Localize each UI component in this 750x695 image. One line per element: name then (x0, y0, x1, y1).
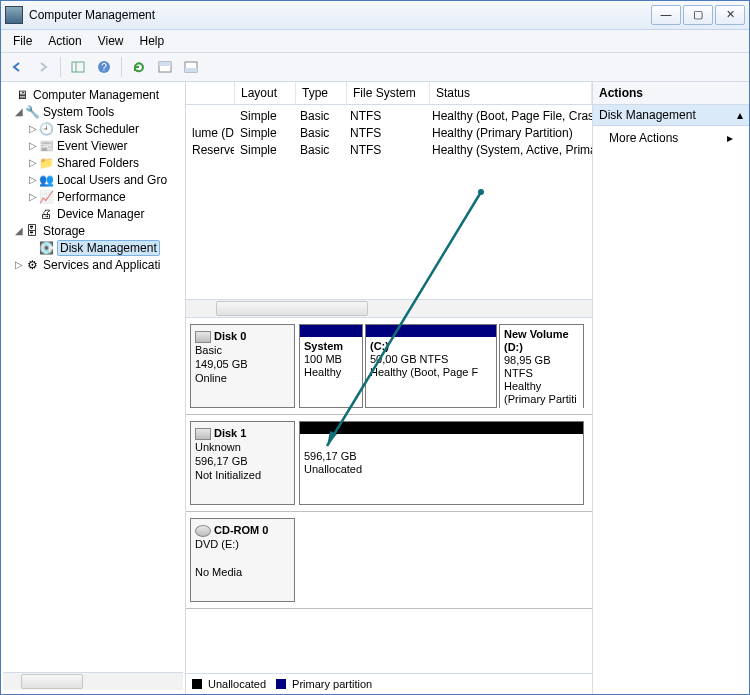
device-manager-icon: 🖨 (38, 207, 54, 221)
tree-services[interactable]: Services and Applicati (43, 258, 160, 272)
cdrom-icon (195, 525, 211, 537)
app-icon (5, 6, 23, 24)
menu-file[interactable]: File (5, 32, 40, 50)
forward-button[interactable] (31, 55, 55, 79)
minimize-button[interactable]: — (651, 5, 681, 25)
svg-rect-0 (72, 62, 84, 72)
window-title: Computer Management (29, 8, 155, 22)
table-row[interactable]: lume (D:) Simple Basic NTFS Healthy (Pri… (186, 124, 592, 141)
close-button[interactable]: ✕ (715, 5, 745, 25)
volume-d[interactable]: New Volume (D:)98,95 GB NTFSHealthy (Pri… (499, 324, 584, 408)
collapse-icon[interactable]: ◢ (13, 106, 24, 117)
actions-header: Actions (593, 82, 749, 105)
tree-task-scheduler[interactable]: Task Scheduler (57, 122, 139, 136)
grid-scrollbar[interactable] (186, 299, 592, 318)
toolbar: ? (1, 53, 749, 82)
legend-primary: Primary partition (292, 678, 372, 690)
disk-row[interactable]: Disk 0 Basic 149,05 GB Online System100 … (186, 318, 592, 415)
col-status[interactable]: Status (430, 82, 592, 104)
volume-c[interactable]: (C:)50,00 GB NTFSHealthy (Boot, Page F (365, 324, 497, 408)
disk1-info[interactable]: Disk 1 Unknown 596,17 GB Not Initialized (190, 421, 295, 505)
titlebar[interactable]: Computer Management — ▢ ✕ (1, 1, 749, 30)
cdrom-info[interactable]: CD-ROM 0 DVD (E:) No Media (190, 518, 295, 602)
refresh-button[interactable] (127, 55, 151, 79)
volume-unallocated[interactable]: 596,17 GBUnallocated (299, 421, 584, 505)
navigation-tree[interactable]: 🖥Computer Management ◢🔧System Tools ▷🕘Ta… (1, 82, 186, 694)
more-actions[interactable]: More Actions ▸ (593, 126, 749, 150)
menu-view[interactable]: View (90, 32, 132, 50)
tree-device-manager[interactable]: Device Manager (57, 207, 144, 221)
tree-storage[interactable]: Storage (43, 224, 85, 238)
legend-unallocated: Unallocated (208, 678, 266, 690)
tree-scrollbar[interactable] (3, 672, 183, 690)
disk-graphical-view: Disk 0 Basic 149,05 GB Online System100 … (186, 318, 592, 673)
submenu-arrow-icon: ▸ (727, 131, 733, 145)
expand-icon[interactable]: ▷ (13, 259, 24, 270)
volume-grid[interactable]: Simple Basic NTFS Healthy (Boot, Page Fi… (186, 105, 592, 299)
back-button[interactable] (5, 55, 29, 79)
collapse-icon[interactable]: ◢ (13, 225, 24, 236)
svg-text:?: ? (101, 62, 107, 73)
tree-event-viewer[interactable]: Event Viewer (57, 139, 127, 153)
view-bottom-button[interactable] (179, 55, 203, 79)
svg-rect-7 (185, 68, 197, 72)
tree-disk-management[interactable]: Disk Management (57, 240, 160, 256)
tree-performance[interactable]: Performance (57, 190, 126, 204)
disk-icon (195, 331, 211, 343)
show-hide-tree-button[interactable] (66, 55, 90, 79)
shared-folders-icon: 📁 (38, 156, 54, 170)
expand-icon[interactable]: ▷ (27, 191, 38, 202)
tree-local-users[interactable]: Local Users and Gro (57, 173, 167, 187)
disk-row[interactable]: CD-ROM 0 DVD (E:) No Media (186, 512, 592, 609)
storage-icon: 🗄 (24, 224, 40, 238)
expand-icon[interactable]: ▷ (27, 140, 38, 151)
disk-icon (195, 428, 211, 440)
disk-row[interactable]: Disk 1 Unknown 596,17 GB Not Initialized… (186, 415, 592, 512)
actions-pane: Actions Disk Management ▴ More Actions ▸ (593, 82, 749, 694)
table-row[interactable]: Simple Basic NTFS Healthy (Boot, Page Fi… (186, 107, 592, 124)
users-icon: 👥 (38, 173, 54, 187)
col-type[interactable]: Type (296, 82, 347, 104)
view-top-button[interactable] (153, 55, 177, 79)
menubar: File Action View Help (1, 30, 749, 53)
window-frame: Computer Management — ▢ ✕ File Action Vi… (0, 0, 750, 695)
tree-system-tools[interactable]: System Tools (43, 105, 114, 119)
legend-unallocated-swatch (192, 679, 202, 689)
main-pane: Layout Type File System Status Simple Ba… (186, 82, 593, 694)
volume-system[interactable]: System100 MBHealthy (299, 324, 363, 408)
body: 🖥Computer Management ◢🔧System Tools ▷🕘Ta… (1, 82, 749, 694)
computer-icon: 🖥 (14, 88, 30, 102)
tree-shared-folders[interactable]: Shared Folders (57, 156, 139, 170)
legend-primary-swatch (276, 679, 286, 689)
legend: Unallocated Primary partition (186, 673, 592, 694)
scheduler-icon: 🕘 (38, 122, 54, 136)
help-button[interactable]: ? (92, 55, 116, 79)
event-viewer-icon: 📰 (38, 139, 54, 153)
expand-icon[interactable]: ▷ (27, 157, 38, 168)
svg-rect-5 (159, 62, 171, 66)
table-row[interactable]: Reserved Simple Basic NTFS Healthy (Syst… (186, 141, 592, 158)
tree-root[interactable]: Computer Management (33, 88, 159, 102)
tools-icon: 🔧 (24, 105, 40, 119)
volume-grid-header[interactable]: Layout Type File System Status (186, 82, 592, 105)
menu-help[interactable]: Help (132, 32, 173, 50)
col-layout[interactable]: Layout (235, 82, 296, 104)
col-fs[interactable]: File System (347, 82, 430, 104)
expand-icon[interactable]: ▷ (27, 174, 38, 185)
performance-icon: 📈 (38, 190, 54, 204)
expand-icon[interactable]: ▷ (27, 123, 38, 134)
disk-management-icon: 💽 (38, 241, 54, 255)
disk0-info[interactable]: Disk 0 Basic 149,05 GB Online (190, 324, 295, 408)
menu-action[interactable]: Action (40, 32, 89, 50)
actions-section[interactable]: Disk Management ▴ (593, 105, 749, 126)
services-icon: ⚙ (24, 258, 40, 272)
maximize-button[interactable]: ▢ (683, 5, 713, 25)
collapse-icon[interactable]: ▴ (737, 108, 743, 122)
